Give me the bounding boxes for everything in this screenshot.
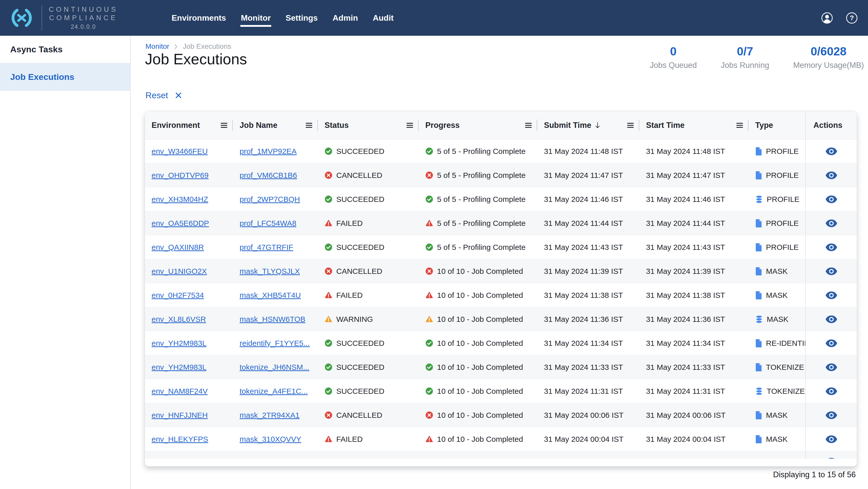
job-type-text: MASK (766, 267, 787, 276)
start-time: 31 May 2024 11:43 IST (640, 235, 749, 259)
stat-jobs-running: 0/7Jobs Running (721, 44, 769, 70)
environment-link[interactable]: env_W3466FEU (152, 147, 208, 156)
view-details-button[interactable] (826, 148, 837, 155)
column-menu-icon[interactable] (525, 123, 532, 128)
job-name-link[interactable]: prof_1MVP92EA (240, 147, 297, 156)
view-details-button[interactable] (826, 388, 837, 395)
environment-link[interactable]: env_YH2M983L (152, 363, 207, 372)
view-details-button[interactable] (826, 411, 837, 419)
view-details-button[interactable] (826, 172, 837, 179)
environment-link[interactable]: env_XH3M04HZ (152, 195, 208, 204)
column-label: Status (324, 121, 349, 130)
nav-item-monitor[interactable]: Monitor (241, 13, 271, 23)
start-time: 31 May 2024 11:39 IST (640, 259, 749, 283)
status-text: CANCELLED (336, 411, 382, 420)
column-header-progress[interactable]: Progress (419, 111, 537, 139)
column-header-type[interactable]: Type (749, 111, 805, 139)
job-name-link[interactable]: mask_XHB54T4U (240, 291, 301, 300)
job-name-link[interactable]: mask_310XQVVY (240, 435, 301, 444)
user-account-button[interactable] (821, 12, 833, 24)
environment-link[interactable]: env_NAM8F24V (152, 387, 208, 396)
help-button[interactable]: ? (846, 12, 858, 24)
start-time: 31 May 2024 11:48 IST (640, 139, 749, 163)
stat-value: 0/6028 (793, 44, 864, 58)
environment-link[interactable]: env_0H2F7534 (152, 291, 204, 300)
column-menu-icon[interactable] (306, 123, 312, 128)
progress-text: 10 of 10 - Job Completed (437, 387, 523, 396)
environment-link[interactable]: env_QAXIIN8R (152, 243, 204, 252)
check-circle-icon (324, 363, 333, 371)
environment-link[interactable]: env_HNFJJNEH (152, 411, 208, 420)
column-menu-icon[interactable] (406, 123, 413, 128)
sidebar-item-job-executions[interactable]: Job Executions (0, 63, 130, 91)
column-header-status[interactable]: Status (318, 111, 419, 139)
view-details-button[interactable] (826, 363, 837, 371)
column-header-start-time[interactable]: Start Time (640, 111, 749, 139)
environment-link[interactable]: env_U1NIGO2X (152, 267, 207, 276)
view-details-button[interactable] (826, 435, 837, 443)
stat-value: 0 (650, 44, 697, 58)
column-header-job-name[interactable]: Job Name (233, 111, 318, 139)
sort-desc-icon[interactable] (595, 121, 600, 129)
table-row: env_W3466FEU prof_1MVP92EA SUCCEEDED 5 o… (145, 139, 857, 163)
job-name-link[interactable]: prof_VM6CB1B6 (240, 171, 297, 180)
nav-item-environments[interactable]: Environments (172, 13, 226, 23)
environment-link[interactable]: env_OA5E6DDP (152, 219, 209, 228)
view-details-button[interactable] (826, 243, 837, 251)
column-header-submit-time[interactable]: Submit Time (537, 111, 640, 139)
column-menu-icon[interactable] (627, 123, 634, 128)
column-label: Progress (425, 121, 460, 130)
view-details-button[interactable] (826, 292, 837, 299)
environment-link[interactable]: env_XL8L6VSR (152, 315, 206, 324)
job-name-link[interactable]: mask_2TR94XA1 (240, 411, 300, 420)
job-name-link[interactable]: tokenize_A4FE1C... (240, 387, 308, 396)
job-name-link[interactable]: mask_HSNW6TOB (240, 315, 305, 324)
environment-link[interactable]: env_YH2M983L (152, 339, 207, 347)
logo-divider (41, 5, 42, 30)
column-label: Actions (813, 121, 842, 130)
sidebar-item-async-tasks[interactable]: Async Tasks (0, 36, 130, 63)
job-name-link[interactable]: mask_TLYQSJLX (240, 267, 300, 276)
nav-item-settings[interactable]: Settings (285, 13, 318, 23)
job-type-text: TOKENIZE (767, 387, 805, 396)
top-navigation-bar: CONTINUOUS COMPLIANCE 24.0.0.0 Environme… (0, 0, 868, 36)
job-name-link[interactable]: reidentify_F1YYE5... (240, 339, 310, 347)
job-name-link[interactable]: prof_47GTRFIF (240, 243, 293, 252)
job-type-text: TOKENIZE (766, 363, 804, 372)
nav-item-admin[interactable]: Admin (333, 13, 358, 23)
view-details-button[interactable] (826, 195, 837, 203)
environment-link[interactable]: env_OHDTVP69 (152, 171, 209, 180)
cancel-circle-icon (324, 267, 333, 275)
view-details-button[interactable] (826, 339, 837, 347)
database-icon (755, 195, 763, 203)
view-details-button[interactable] (826, 315, 837, 323)
column-menu-icon[interactable] (221, 123, 227, 128)
progress-text: 10 of 10 - Job Completed (437, 339, 523, 347)
job-name-link[interactable]: tokenize_JH6NSM... (240, 363, 309, 372)
environment-link[interactable]: env_HLEKYFPS (152, 435, 208, 444)
view-details-button[interactable] (826, 219, 837, 227)
reset-filters-button[interactable]: Reset (146, 90, 182, 100)
start-time: 31 May 2024 00:06 IST (640, 403, 749, 427)
column-header-environment[interactable]: Environment (145, 111, 233, 139)
file-icon (755, 435, 762, 443)
job-name-link[interactable]: prof_2WP7CBQH (240, 195, 300, 204)
start-time: 31 May 2024 11:36 IST (640, 307, 749, 331)
close-x-icon (175, 92, 182, 99)
progress-text: 10 of 10 - Job Completed (437, 411, 523, 420)
column-header-actions[interactable]: Actions (805, 111, 857, 139)
file-icon (755, 243, 762, 251)
reset-label: Reset (146, 90, 168, 100)
nav-item-audit[interactable]: Audit (373, 13, 394, 23)
progress-text: 10 of 10 - Job Completed (437, 291, 523, 300)
job-name-link[interactable]: prof_LFC54WA8 (240, 219, 296, 228)
view-details-button[interactable] (826, 268, 837, 275)
logo-text: CONTINUOUS COMPLIANCE 24.0.0.0 (49, 5, 118, 30)
column-menu-icon[interactable] (736, 123, 743, 128)
horizontal-scrollbar[interactable] (145, 459, 857, 466)
progress-text: 10 of 10 - Job Completed (437, 315, 523, 324)
start-time: 31 May 2024 11:38 IST (640, 283, 749, 307)
check-circle-icon (425, 339, 433, 347)
breadcrumb-link-monitor[interactable]: Monitor (146, 42, 169, 51)
stat-value: 0/7 (721, 44, 769, 58)
